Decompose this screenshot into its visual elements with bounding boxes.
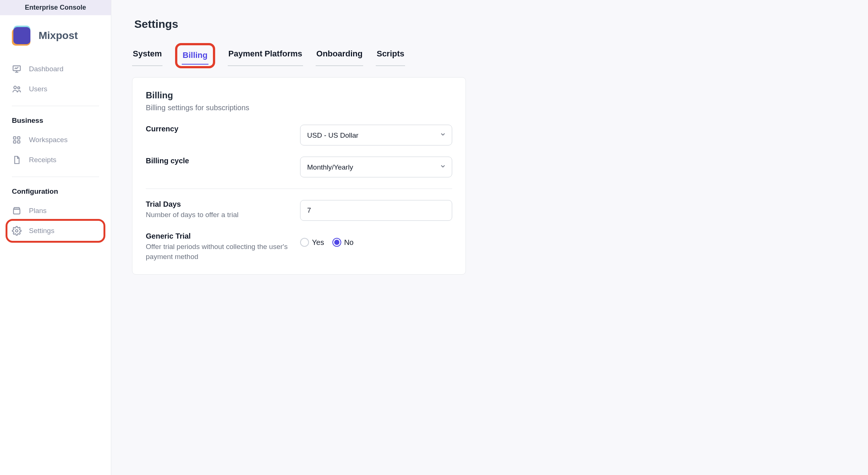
grid-icon bbox=[12, 135, 22, 145]
tab-payment-platforms[interactable]: Payment Platforms bbox=[228, 47, 303, 66]
radio-label: Yes bbox=[312, 238, 324, 247]
svg-point-2 bbox=[18, 87, 20, 89]
svg-point-8 bbox=[16, 230, 18, 232]
sidebar-item-label: Settings bbox=[29, 227, 55, 235]
document-icon bbox=[12, 155, 22, 165]
radio-label: No bbox=[344, 238, 354, 247]
tab-system[interactable]: System bbox=[132, 47, 162, 66]
svg-rect-7 bbox=[13, 209, 20, 214]
sidebar-item-label: Dashboard bbox=[29, 65, 63, 73]
generic-trial-yes-option[interactable]: Yes bbox=[300, 238, 324, 247]
enterprise-console-banner: Enterprise Console bbox=[0, 0, 111, 15]
brand-logo-icon bbox=[12, 26, 32, 46]
trial-days-label: Trial Days bbox=[146, 200, 291, 209]
sidebar-nav: Dashboard Users Business Workspaces bbox=[0, 55, 111, 241]
svg-rect-3 bbox=[13, 137, 16, 139]
sidebar-item-label: Plans bbox=[29, 207, 47, 215]
divider bbox=[146, 189, 452, 189]
trial-days-help: Number of days to offer a trial bbox=[146, 210, 291, 220]
svg-point-1 bbox=[14, 86, 16, 89]
svg-rect-5 bbox=[13, 141, 16, 143]
currency-select[interactable]: USD - US Dollar bbox=[300, 125, 452, 145]
sidebar-item-plans[interactable]: Plans bbox=[7, 201, 103, 221]
divider bbox=[12, 177, 99, 177]
currency-select-wrap: USD - US Dollar bbox=[300, 125, 452, 145]
currency-label: Currency bbox=[146, 125, 291, 133]
billing-cycle-select-wrap: Monthly/Yearly bbox=[300, 157, 452, 177]
svg-rect-4 bbox=[17, 137, 20, 139]
generic-trial-radio-group: Yes No bbox=[300, 232, 452, 253]
sidebar-item-label: Workspaces bbox=[29, 136, 68, 144]
users-icon bbox=[12, 84, 22, 94]
row-billing-cycle: Billing cycle Monthly/Yearly bbox=[146, 157, 452, 177]
sidebar-item-receipts[interactable]: Receipts bbox=[7, 150, 103, 170]
trial-days-input[interactable] bbox=[300, 200, 452, 221]
billing-card: Billing Billing settings for subscriptio… bbox=[132, 77, 466, 275]
sidebar-item-settings[interactable]: Settings bbox=[7, 221, 103, 241]
sidebar-section-configuration: Configuration bbox=[7, 184, 103, 201]
sidebar-item-dashboard[interactable]: Dashboard bbox=[7, 59, 103, 79]
page-title: Settings bbox=[132, 18, 847, 30]
card-title: Billing bbox=[146, 90, 452, 101]
radio-checked-icon bbox=[332, 238, 341, 247]
sidebar-item-label: Receipts bbox=[29, 156, 56, 164]
sidebar: Enterprise Console Mixpost Dashboard Use… bbox=[0, 0, 111, 475]
row-currency: Currency USD - US Dollar bbox=[146, 125, 452, 145]
card-subtitle: Billing settings for subscriptions bbox=[146, 104, 452, 112]
divider bbox=[12, 106, 99, 106]
highlight-annotation: Billing bbox=[175, 43, 215, 68]
gear-icon bbox=[12, 226, 22, 236]
svg-rect-6 bbox=[17, 141, 20, 143]
presentation-chart-icon bbox=[12, 64, 22, 74]
generic-trial-label: Generic Trial bbox=[146, 232, 291, 240]
billing-cycle-select[interactable]: Monthly/Yearly bbox=[300, 157, 452, 177]
tab-scripts[interactable]: Scripts bbox=[376, 47, 405, 66]
main-content: Settings System Billing Payment Platform… bbox=[111, 0, 868, 475]
brand: Mixpost bbox=[0, 15, 111, 55]
sidebar-item-label: Users bbox=[29, 85, 47, 93]
row-trial-days: Trial Days Number of days to offer a tri… bbox=[146, 200, 452, 221]
tab-billing[interactable]: Billing bbox=[182, 48, 208, 65]
tabs: System Billing Payment Platforms Onboard… bbox=[132, 47, 847, 66]
sidebar-item-workspaces[interactable]: Workspaces bbox=[7, 130, 103, 150]
generic-trial-help: Offer trial periods without collecting t… bbox=[146, 242, 291, 262]
billing-cycle-label: Billing cycle bbox=[146, 157, 291, 165]
row-generic-trial: Generic Trial Offer trial periods withou… bbox=[146, 232, 452, 262]
brand-name: Mixpost bbox=[39, 30, 78, 42]
tab-onboarding[interactable]: Onboarding bbox=[316, 47, 364, 66]
sidebar-section-business: Business bbox=[7, 113, 103, 130]
radio-icon bbox=[300, 238, 309, 247]
box-icon bbox=[12, 206, 22, 216]
generic-trial-no-option[interactable]: No bbox=[332, 238, 354, 247]
sidebar-item-users[interactable]: Users bbox=[7, 79, 103, 99]
